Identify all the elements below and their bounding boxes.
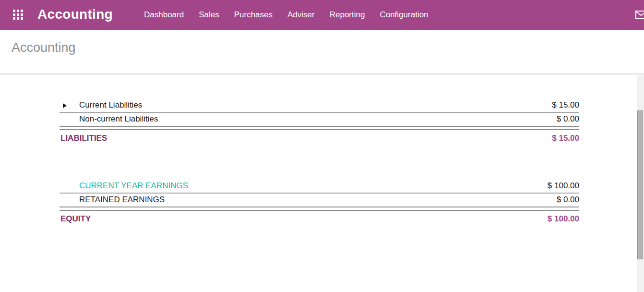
report-row-retained-earnings: RETAINED EARNINGS $ 0.00 <box>60 194 579 207</box>
account-line-label: RETAINED EARNINGS <box>60 195 165 205</box>
account-line-label: CURRENT YEAR EARNINGS <box>60 181 188 191</box>
report-row-equity-total: EQUITY $ 100.00 <box>60 211 579 226</box>
nav-item-adviser[interactable]: Adviser <box>287 10 315 20</box>
main-nav: Dashboard Sales Purchases Adviser Report… <box>144 0 429 30</box>
account-line-label[interactable]: Current Liabilities <box>60 100 142 110</box>
nav-item-purchases[interactable]: Purchases <box>234 10 273 20</box>
breadcrumb-bar: Accounting <box>0 30 644 74</box>
vertical-scrollbar-thumb[interactable] <box>637 110 643 259</box>
vertical-scrollbar-track[interactable] <box>637 75 644 292</box>
account-line-label: Non-current Liabilities <box>60 114 158 124</box>
report-content: Current Liabilities $ 15.00 Non-current … <box>0 74 644 292</box>
report-row-current-year-earnings: CURRENT YEAR EARNINGS $ 100.00 <box>60 180 579 194</box>
apps-grid-icon[interactable] <box>13 10 24 21</box>
report-row-noncurrent-liabilities: Non-current Liabilities $ 0.00 <box>60 113 579 126</box>
envelope-icon[interactable] <box>635 11 644 19</box>
balance-sheet-report: Current Liabilities $ 15.00 Non-current … <box>60 99 579 226</box>
total-line-value: $ 15.00 <box>552 134 579 143</box>
report-row-liabilities-total: LIABILITIES $ 15.00 <box>60 130 579 145</box>
nav-item-dashboard[interactable]: Dashboard <box>144 10 184 20</box>
account-line-value: $ 15.00 <box>552 100 579 110</box>
expand-caret-icon[interactable] <box>63 103 67 108</box>
total-line-label: LIABILITIES <box>60 134 107 143</box>
nav-item-reporting[interactable]: Reporting <box>330 10 365 20</box>
report-row-current-liabilities: Current Liabilities $ 15.00 <box>60 99 579 113</box>
main-header: Accounting Dashboard Sales Purchases Adv… <box>0 0 644 30</box>
report-section-equity: CURRENT YEAR EARNINGS $ 100.00 RETAINED … <box>60 180 579 226</box>
account-line-value: $ 0.00 <box>557 195 579 205</box>
total-line-value: $ 100.00 <box>548 214 579 224</box>
double-rule-divider <box>60 207 579 211</box>
account-line-value: $ 0.00 <box>557 114 579 124</box>
account-line-value: $ 100.00 <box>548 181 579 191</box>
report-section-liabilities: Current Liabilities $ 15.00 Non-current … <box>60 99 579 145</box>
nav-item-sales[interactable]: Sales <box>199 10 219 20</box>
double-rule-divider <box>60 126 579 130</box>
nav-item-configuration[interactable]: Configuration <box>380 10 428 20</box>
total-line-label: EQUITY <box>60 214 91 224</box>
page-title: Accounting <box>12 40 76 55</box>
app-title: Accounting <box>37 7 113 22</box>
